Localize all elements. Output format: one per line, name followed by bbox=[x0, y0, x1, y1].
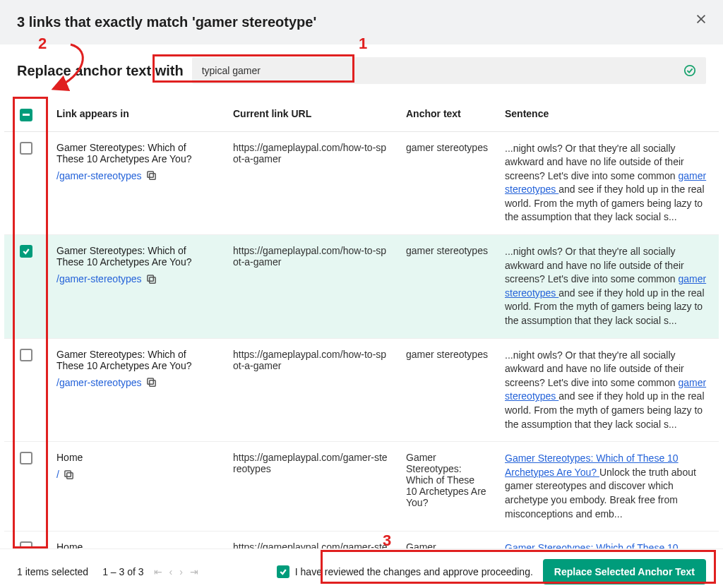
row-title: Gamer Stereotypes: Which of These 10 Arc… bbox=[56, 349, 216, 371]
row-title: Gamer Stereotypes: Which of These 10 Arc… bbox=[56, 142, 216, 164]
svg-point-2 bbox=[685, 66, 695, 76]
table-row: Gamer Stereotypes: Which of These 10 Arc… bbox=[4, 338, 719, 442]
svg-rect-4 bbox=[147, 172, 153, 177]
svg-rect-7 bbox=[149, 380, 155, 386]
svg-rect-8 bbox=[147, 378, 153, 384]
svg-rect-6 bbox=[147, 275, 153, 280]
links-table: Link appears in Current link URL Anchor … bbox=[4, 97, 719, 548]
row-anchor: gamer stereotypes bbox=[398, 131, 496, 235]
row-sentence: ...night owls? Or that they're all socia… bbox=[496, 338, 719, 442]
col-header-sentence: Sentence bbox=[496, 97, 719, 131]
replace-input-wrap bbox=[192, 57, 706, 84]
row-url: https://gameplaypal.com/gamer-stereotype… bbox=[225, 442, 398, 532]
svg-rect-10 bbox=[65, 471, 71, 476]
row-sentence: Gamer Stereotypes: Which of These 10 Arc… bbox=[496, 442, 719, 532]
row-path[interactable]: /gamer-stereotypes bbox=[56, 170, 157, 181]
modal-header: 3 links that exactly match 'gamer stereo… bbox=[0, 0, 723, 44]
pager-last-icon[interactable]: ⇥ bbox=[190, 566, 198, 577]
sentence-link[interactable]: Gamer Stereotypes: Which of These 10 Arc… bbox=[505, 542, 679, 548]
pager: 1 – 3 of 3 ⇤ ‹ › ⇥ bbox=[102, 566, 198, 577]
footer-bar: 1 items selected 1 – 3 of 3 ⇤ ‹ › ⇥ I ha… bbox=[0, 548, 723, 588]
svg-rect-9 bbox=[67, 472, 73, 478]
row-path[interactable]: /gamer-stereotypes bbox=[56, 273, 157, 284]
col-header-link: Link appears in bbox=[48, 97, 225, 131]
row-anchor: Gamer Stereotypes: Which of These 10 Arc… bbox=[398, 442, 496, 532]
row-title: Home bbox=[56, 541, 216, 548]
row-checkbox[interactable] bbox=[20, 142, 32, 155]
row-url: https://gameplaypal.com/how-to-spot-a-ga… bbox=[225, 131, 398, 235]
row-url: https://gameplaypal.com/how-to-spot-a-ga… bbox=[225, 338, 398, 442]
sentence-link[interactable]: gamer stereotypes bbox=[505, 377, 706, 402]
row-checkbox[interactable] bbox=[20, 452, 32, 464]
pager-next-icon[interactable]: › bbox=[179, 566, 183, 577]
svg-rect-5 bbox=[149, 277, 155, 282]
table-row: Gamer Stereotypes: Which of These 10 Arc… bbox=[4, 235, 719, 339]
copy-icon[interactable] bbox=[64, 469, 74, 480]
row-url: https://gameplaypal.com/how-to-spot-a-ga… bbox=[225, 235, 398, 339]
pager-range: 1 – 3 of 3 bbox=[102, 566, 143, 577]
sentence-link[interactable]: gamer stereotypes bbox=[505, 273, 706, 299]
selected-count: 1 items selected bbox=[17, 566, 88, 577]
row-sentence: ...night owls? Or that they're all socia… bbox=[496, 235, 719, 339]
pager-prev-icon[interactable]: ‹ bbox=[169, 566, 173, 577]
approve-checkbox[interactable] bbox=[277, 565, 289, 578]
row-path[interactable]: / bbox=[56, 469, 74, 480]
replace-label: Replace anchor text with bbox=[17, 63, 184, 79]
row-sentence: ...night owls? Or that they're all socia… bbox=[496, 131, 719, 235]
table-row: Home/https://gameplaypal.com/gamer-stere… bbox=[4, 532, 719, 548]
col-header-anchor: Anchor text bbox=[398, 97, 496, 131]
row-title: Gamer Stereotypes: Which of These 10 Arc… bbox=[56, 245, 216, 268]
select-all-checkbox[interactable] bbox=[20, 109, 32, 121]
row-sentence: Gamer Stereotypes: Which of These 10 Arc… bbox=[496, 532, 719, 548]
row-path[interactable]: /gamer-stereotypes bbox=[56, 377, 157, 388]
row-title: Home bbox=[56, 452, 216, 463]
sentence-link[interactable]: gamer stereotypes bbox=[505, 170, 706, 196]
pager-first-icon[interactable]: ⇤ bbox=[154, 566, 162, 577]
sentence-link[interactable]: Gamer Stereotypes: Which of These 10 Arc… bbox=[505, 452, 679, 478]
approve-label: I have reviewed the changes and approve … bbox=[295, 566, 533, 577]
table-row: Gamer Stereotypes: Which of These 10 Arc… bbox=[4, 131, 719, 235]
row-checkbox[interactable] bbox=[20, 541, 32, 548]
replace-button[interactable]: Replace Selected Anchor Text bbox=[543, 559, 706, 584]
row-anchor: gamer stereotypes bbox=[398, 235, 496, 339]
copy-icon[interactable] bbox=[146, 170, 157, 181]
svg-rect-3 bbox=[149, 174, 155, 179]
row-anchor: gamer stereotypes bbox=[398, 338, 496, 442]
table-row: Home/https://gameplaypal.com/gamer-stere… bbox=[4, 442, 719, 532]
row-anchor: Gamer Stereotypes: Which of These 10 bbox=[398, 532, 496, 548]
copy-icon[interactable] bbox=[146, 274, 157, 284]
row-checkbox[interactable] bbox=[20, 245, 32, 258]
modal-title: 3 links that exactly match 'gamer stereo… bbox=[17, 14, 706, 30]
copy-icon[interactable] bbox=[146, 377, 157, 388]
replace-input[interactable] bbox=[202, 65, 678, 76]
row-url: https://gameplaypal.com/gamer-stereotype… bbox=[225, 532, 398, 548]
check-circle-icon bbox=[683, 64, 696, 77]
close-icon[interactable] bbox=[695, 13, 709, 27]
col-header-url: Current link URL bbox=[225, 97, 398, 131]
replace-row: Replace anchor text with bbox=[0, 44, 723, 97]
row-checkbox[interactable] bbox=[20, 349, 32, 361]
